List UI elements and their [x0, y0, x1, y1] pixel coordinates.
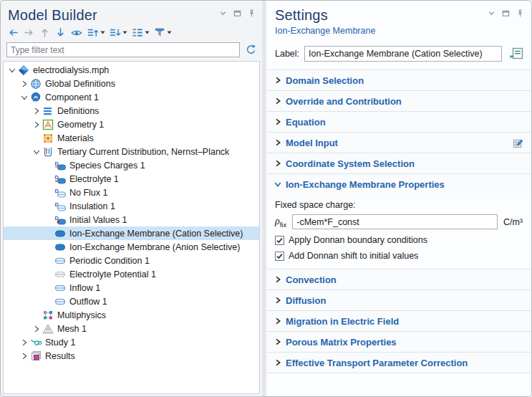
chevron-down-icon[interactable] — [100, 31, 105, 34]
tree-item-electrolyte-1[interactable]: DElectrolyte 1 — [4, 172, 259, 186]
chevron-down-icon[interactable] — [122, 31, 127, 34]
tree-item-periodic-condition-1[interactable]: Periodic Condition 1 — [4, 254, 259, 267]
section-header-diffusion[interactable]: Diffusion — [266, 290, 531, 310]
move-down-icon[interactable] — [53, 26, 68, 39]
chevron-down-icon[interactable] — [145, 31, 150, 34]
chevron-collapsed-icon — [274, 118, 286, 126]
tree-item-multiphysics[interactable]: Multiphysics — [4, 308, 259, 322]
section-model-input: Model Input — [266, 133, 531, 153]
chevron-collapsed-icon — [274, 358, 286, 367]
chevron-collapsed-icon — [274, 76, 286, 85]
section-header-effective-transport-parameter-correction[interactable]: Effective Transport Parameter Correction — [266, 353, 531, 373]
tree-item-ion-exchange-membrane-cation-selective[interactable]: Ion-Exchange Membrane (Cation Selective) — [4, 226, 259, 240]
tree-item-label: Electrolyte 1 — [69, 174, 119, 184]
chevron-expanded-icon[interactable] — [19, 92, 30, 102]
chevron-expanded-icon — [274, 180, 286, 188]
forward-icon[interactable] — [21, 26, 37, 39]
rho-fix-symbol: ρfix — [275, 216, 286, 229]
section-header-model-input[interactable]: Model Input — [266, 133, 531, 153]
chevron-collapsed-icon[interactable] — [19, 79, 30, 89]
back-icon[interactable] — [6, 26, 21, 39]
tree-item-tertiary-current-distribution-nernst-planck[interactable]: Tertiary Current Distribution, Nernst–Pl… — [4, 145, 259, 158]
chevron-collapsed-icon[interactable] — [31, 106, 42, 116]
chevron-expanded-icon[interactable] — [6, 65, 18, 75]
chevron-down-icon[interactable] — [487, 9, 496, 18]
membrane-checkboxes: Apply Donnan boundary conditionsAdd Donn… — [275, 235, 523, 261]
tree-item-inflow-1[interactable]: Inflow 1 — [4, 281, 259, 295]
chevron-collapsed-icon — [274, 296, 286, 305]
tree-item-geometry-1[interactable]: Geometry 1 — [4, 118, 259, 131]
tree-item-no-flux-1[interactable]: DNo Flux 1 — [4, 186, 259, 199]
section-header-migration-in-electric-field[interactable]: Migration in Electric Field — [266, 311, 531, 331]
show-icon[interactable] — [69, 26, 84, 39]
section-header-porous-matrix-properties[interactable]: Porous Matrix Properties — [266, 332, 531, 352]
model-tree: electrodialysis.mphGlobal DefinitionsCom… — [3, 61, 260, 394]
node-text-icon[interactable] — [130, 26, 151, 39]
chevron-down-icon[interactable] — [218, 9, 228, 18]
chevron-collapsed-icon[interactable] — [31, 120, 42, 130]
tree-item-label: Insulation 1 — [69, 201, 115, 211]
section-label: Domain Selection — [286, 75, 364, 86]
tree-item-ion-exchange-membrane-anion-selective[interactable]: Ion-Exchange Membrane (Anion Selective) — [4, 240, 259, 254]
model-builder-toolbar — [1, 24, 262, 42]
tree-item-insulation-1[interactable]: DInsulation 1 — [4, 199, 259, 213]
pin-icon[interactable] — [247, 9, 256, 18]
tree-item-results[interactable]: Results — [4, 349, 259, 363]
settings-subtitle: Ion-Exchange Membrane — [275, 26, 525, 36]
chevron-collapsed-icon[interactable] — [31, 324, 42, 334]
section-header-ion-exchange-membrane-properties[interactable]: Ion-Exchange Membrane Properties — [266, 174, 531, 194]
chevron-expanded-icon[interactable] — [31, 147, 42, 157]
tree-item-label: Ion-Exchange Membrane (Cation Selective) — [69, 229, 243, 239]
section-header-equation[interactable]: Equation — [266, 112, 531, 132]
section-header-domain-selection[interactable]: Domain Selection — [266, 70, 531, 90]
boundary-d-icon: D — [54, 187, 67, 198]
fixed-space-charge-input[interactable] — [292, 214, 498, 229]
boundary-pill-icon — [54, 282, 67, 294]
tree-item-species-charges-1[interactable]: DSpecies Charges 1 — [4, 158, 259, 172]
section-header-override-and-contribution[interactable]: Override and Contribution — [266, 91, 531, 111]
tree-item-study-1[interactable]: Study 1 — [4, 335, 259, 349]
chevron-down-icon[interactable] — [167, 31, 172, 34]
float-panel-icon[interactable] — [501, 9, 511, 18]
refresh-icon[interactable] — [245, 44, 257, 56]
chevron-collapsed-icon[interactable] — [19, 351, 30, 361]
section-label: Override and Contribution — [286, 96, 402, 107]
tree-item-initial-values-1[interactable]: DInitial Values 1 — [4, 213, 259, 226]
checkbox-checked[interactable] — [275, 236, 284, 245]
checkbox-checked[interactable] — [275, 252, 284, 261]
section-header-coordinate-system-selection[interactable]: Coordinate System Selection — [266, 153, 531, 173]
tree-item-component-1[interactable]: Component 1 — [4, 90, 259, 104]
tree-item-label: Mesh 1 — [57, 324, 87, 334]
tree-item-outflow-1[interactable]: Outflow 1 — [4, 295, 259, 308]
pin-icon[interactable] — [516, 9, 525, 18]
settings-title: Settings — [275, 6, 328, 24]
tree-item-label: Initial Values 1 — [69, 215, 127, 225]
filter-icon[interactable] — [152, 26, 173, 39]
chevron-collapsed-icon — [274, 317, 286, 325]
tree-item-electrolyte-potential-1[interactable]: Electrolyte Potential 1 — [4, 267, 259, 281]
rename-icon[interactable] — [507, 45, 526, 62]
collapse-all-icon[interactable] — [85, 26, 107, 39]
edit-model-input-icon[interactable] — [512, 137, 524, 149]
tree-item-electrodialysis-mph[interactable]: electrodialysis.mph — [4, 63, 259, 77]
move-up-icon[interactable] — [37, 26, 52, 39]
geometry-icon — [42, 119, 54, 130]
tree-item-global-definitions[interactable]: Global Definitions — [4, 77, 259, 90]
tree-item-definitions[interactable]: Definitions — [4, 104, 259, 118]
tree-item-label: Global Definitions — [45, 79, 115, 89]
section-label: Ion-Exchange Membrane Properties — [286, 179, 445, 190]
mesh-icon — [42, 323, 54, 335]
filter-input[interactable] — [6, 42, 240, 57]
float-panel-icon[interactable] — [233, 9, 242, 18]
label-input[interactable] — [304, 46, 502, 62]
section-override-and-contribution: Override and Contribution — [266, 91, 531, 112]
section-label: Migration in Electric Field — [286, 316, 399, 327]
expand-all-icon[interactable] — [107, 26, 129, 39]
tree-item-materials[interactable]: Materials — [4, 131, 259, 145]
tree-item-mesh-1[interactable]: Mesh 1 — [4, 322, 259, 335]
section-header-convection[interactable]: Convection — [266, 269, 531, 290]
chevron-collapsed-icon[interactable] — [19, 338, 30, 348]
study-icon — [30, 337, 42, 348]
checkbox-label: Add Donnan shift to initial values — [289, 251, 418, 261]
tree-item-label: Periodic Condition 1 — [69, 256, 150, 266]
